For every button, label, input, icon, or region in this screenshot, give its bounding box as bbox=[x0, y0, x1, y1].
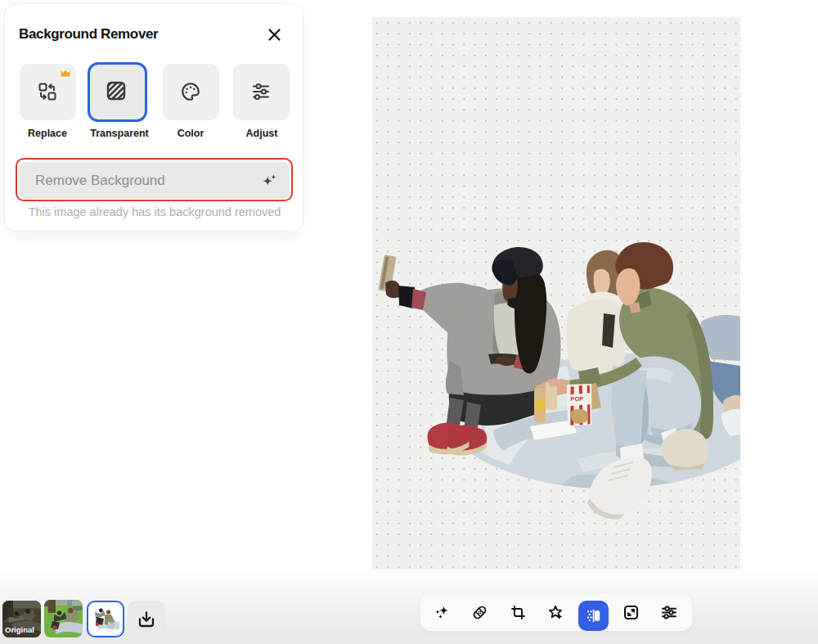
svg-text:Original: Original bbox=[5, 625, 34, 634]
svg-text:POP: POP bbox=[570, 395, 583, 403]
